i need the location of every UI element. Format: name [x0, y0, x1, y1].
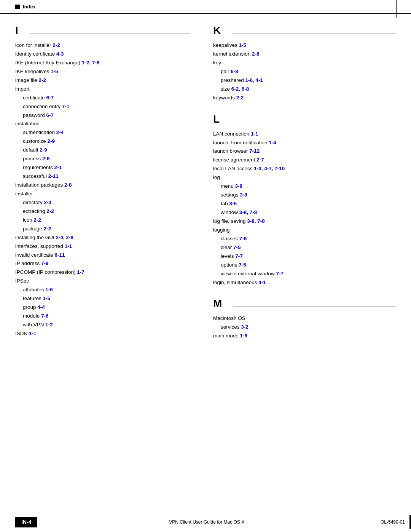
list-item: identity certificate 4-3	[15, 50, 190, 59]
index-term: image file	[15, 77, 39, 83]
index-pageref: 7-1	[62, 104, 70, 109]
footer-page-label: IN-4	[15, 517, 37, 527]
index-term: password	[23, 112, 46, 118]
list-item: options 7-5	[213, 261, 396, 270]
list-item: Macintosh OS	[213, 314, 396, 323]
list-item: kernel extension 2-8	[213, 50, 396, 59]
index-term: IPSec	[15, 278, 29, 284]
section-letter-m: M	[213, 298, 222, 309]
index-pageref: 4-3	[56, 51, 64, 57]
list-item: ISDN 1-1	[15, 329, 190, 338]
section-letter-i: I	[15, 25, 18, 36]
index-term: launch browser	[213, 148, 249, 154]
index-term: installation packages	[15, 182, 64, 188]
index-pageref: 7-6	[41, 313, 49, 319]
list-item: local LAN access 1-3, 4-7, 7-10	[213, 165, 396, 173]
index-pageref: 2-11	[48, 173, 59, 179]
list-item: classes 7-6	[213, 235, 396, 243]
index-term: clear	[221, 244, 233, 250]
list-item: log file, saving 3-8, 7-8	[213, 217, 396, 226]
section-letter-k: K	[213, 25, 221, 36]
index-term: preshared	[221, 77, 245, 83]
list-item: view in external window 7-7	[213, 270, 396, 278]
footer-doc-number: OL-5490-01	[376, 517, 409, 527]
index-pageref: 7-5	[233, 244, 241, 250]
index-term: default	[23, 147, 40, 153]
index-term: license agreement	[213, 157, 256, 163]
index-pageref: 2-2	[46, 208, 54, 214]
list-item: clear 7-5	[213, 243, 396, 252]
index-pageref: 2-3	[44, 200, 52, 205]
list-item: license agreement 2-7	[213, 156, 396, 165]
index-term: requirements	[23, 165, 54, 170]
index-pageref: 6-11	[55, 252, 65, 258]
index-term: launch, from notification	[213, 140, 269, 145]
index-term: size	[221, 86, 231, 92]
index-term: LAN connection	[213, 131, 251, 137]
index-pageref: 7-7	[276, 271, 284, 276]
list-item: menu 3-8	[213, 182, 396, 191]
index-term: attributes	[23, 287, 45, 292]
index-term: local LAN access	[213, 166, 254, 171]
index-pageref: 1-1	[65, 243, 72, 249]
list-item: default 2-9	[15, 146, 190, 155]
left-entries-container: icon for installer 2-2identity certifica…	[15, 41, 190, 338]
index-pageref: 1-2	[45, 322, 53, 328]
index-pageref: 2-7	[256, 157, 264, 163]
list-item: IKE (Internet Key Exchange) 1-2, 7-6	[15, 59, 190, 67]
list-item: IPCOMP (IP compression) 1-7	[15, 268, 190, 277]
list-item: authentication 2-4	[15, 128, 190, 137]
index-term: ISDN	[15, 331, 29, 336]
top-right-border	[396, 0, 397, 18]
index-term: keepalives	[213, 42, 239, 48]
index-pageref: 6-7	[46, 95, 54, 101]
list-item: log	[213, 173, 396, 182]
index-term: menu	[221, 183, 235, 189]
index-term: classes	[221, 236, 239, 241]
index-term: settings	[221, 192, 240, 198]
index-term: Macintosh OS	[213, 315, 245, 321]
index-pageref: 1-5	[43, 296, 51, 301]
list-item: import	[15, 85, 190, 94]
list-item: IPSec	[15, 277, 190, 286]
section-divider	[232, 33, 396, 34]
index-term: key	[213, 60, 221, 66]
index-pageref: 2-8	[252, 51, 260, 57]
main-content: I icon for installer 2-2identity certifi…	[0, 14, 411, 382]
index-term: interfaces, supported	[15, 243, 65, 249]
list-item: customize 2-9	[15, 137, 190, 146]
index-pageref: 7-6	[239, 236, 247, 241]
index-term: log file, saving	[213, 218, 247, 224]
index-pageref: 3-8	[235, 183, 243, 189]
footer-right: OL-5490-01	[376, 515, 411, 529]
index-pageref: 4-1	[258, 280, 266, 285]
index-term: package	[23, 226, 44, 232]
index-term: keywords	[213, 95, 236, 101]
index-term: authentication	[23, 129, 56, 135]
header-title: Index	[23, 4, 36, 10]
right-column: Kkeepalives 1-5kernel extension 2-8keypa…	[206, 25, 396, 352]
list-item: main mode 1-6	[213, 332, 396, 340]
index-term: directory	[23, 200, 44, 205]
list-item: features 1-5	[15, 294, 190, 303]
list-item: launch, from notification 1-4	[213, 139, 396, 147]
index-pageref: 1-1	[29, 331, 37, 336]
list-item: IKE keepalives 1-5	[15, 67, 190, 76]
footer-book-title: VPN Client User Guide for Mac OS X	[169, 519, 244, 525]
list-item: directory 2-3	[15, 198, 190, 207]
list-item: icon for installer 2-2	[15, 41, 190, 50]
list-item: LAN connection 1-1	[213, 130, 396, 139]
list-item: preshared 1-6, 4-1	[213, 76, 396, 85]
index-pageref: 3-8, 7-8	[239, 209, 257, 215]
index-term: with VPN	[23, 322, 45, 328]
index-term: installer	[15, 191, 33, 197]
list-item: pair 6-8	[213, 67, 396, 76]
list-item: invalid certificate 6-11	[15, 251, 190, 260]
list-item: requirements 2-1	[15, 163, 190, 172]
list-item: installer	[15, 190, 190, 198]
index-term: IKE (Internet Key Exchange)	[15, 60, 82, 66]
index-pageref: 7-7	[235, 253, 243, 259]
index-pageref: 2-2	[236, 95, 244, 101]
list-item: installation packages 2-8	[15, 181, 190, 190]
index-pageref: 7-12	[249, 148, 260, 154]
